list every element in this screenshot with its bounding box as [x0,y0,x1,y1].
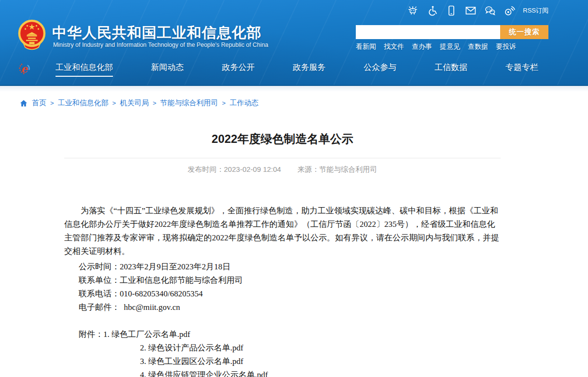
home-icon[interactable] [19,99,28,108]
search-bar: 统一搜索 [356,25,548,39]
weibo-icon[interactable] [504,5,515,16]
contact-phone-line: 联系电话：010-68205340/68205354 [64,287,501,301]
search-input[interactable] [356,25,500,39]
attachment-green-factory-pdf[interactable]: 1. 绿色工厂公示名单.pdf [103,330,190,339]
nav-item-public-participation[interactable]: 公众参与 [364,62,396,77]
publish-time: 2023-02-09 12:04 [224,165,281,173]
article-paragraph: 为落实《“十四五”工业绿色发展规划》，全面推行绿色制造，助力工业领域实现碳达峰、… [64,204,501,258]
wechat-icon[interactable] [484,5,496,16]
quick-link-data[interactable]: 查数据 [468,42,488,51]
breadcrumb-separator: > [153,99,156,107]
title-divider [64,158,501,158]
publish-time-label: 发布时间： [188,165,224,173]
source: 节能与综合利用司 [319,165,377,173]
header-bottom-strip [0,86,588,92]
national-emblem[interactable] [17,18,46,54]
breadcrumb-separator: > [112,99,116,107]
nav-item-gov-services[interactable]: 政务服务 [293,62,325,77]
quick-link-suggestions[interactable]: 提意见 [440,42,460,51]
breadcrumb-miit[interactable]: 工业和信息化部 [58,98,109,108]
site-header: RSS订阅 中华人民共和国工业和信息化部 Ministry of Industr… [0,0,588,86]
miit-e-logo: e [18,61,32,77]
search-button[interactable]: 统一搜索 [500,25,548,39]
breadcrumb-separator: > [50,99,54,107]
contact-email-line: 电子邮件： hbc@miit.gov.cn [64,301,501,314]
nav-item-miit[interactable]: 工业和信息化部 [56,62,113,77]
nav-item-news[interactable]: 新闻动态 [151,62,184,77]
nav-item-special-topics[interactable]: 专题专栏 [505,62,538,77]
attachment-green-industrial-parks-pdf[interactable]: 3. 绿色工业园区公示名单.pdf [140,357,243,366]
breadcrumb-departments[interactable]: 机关司局 [120,98,149,108]
breadcrumb: 首页 > 工业和信息化部 > 机关司局 > 节能与综合利用司 > 工作动态 [19,98,588,108]
breadcrumb-home[interactable]: 首页 [32,98,46,108]
quick-link-complaints[interactable]: 要投诉 [496,42,516,51]
accessibility-icon[interactable] [426,5,438,16]
quick-link-services[interactable]: 查办事 [412,42,432,51]
attachments-list: 附件：1. 绿色工厂公示名单.pdf 2. 绿色设计产品公示名单.pdf 3. … [64,328,501,377]
breadcrumb-energy-dept[interactable]: 节能与综合利用司 [160,98,218,108]
mobile-icon[interactable] [446,5,457,16]
site-subtitle-en: Ministry of Industry and Information Tec… [53,42,268,48]
nav-item-industry-data[interactable]: 工信数据 [434,62,467,77]
main-nav: 工业和信息化部 新闻动态 政务公开 政务服务 公众参与 工信数据 专题专栏 [56,62,538,77]
source-label: 来源： [297,165,319,173]
article-body: 为落实《“十四五”工业绿色发展规划》，全面推行绿色制造，助力工业领域实现碳达峰、… [64,204,501,377]
breadcrumb-separator: > [222,99,226,107]
attachment-green-design-products-pdf[interactable]: 2. 绿色设计产品公示名单.pdf [140,343,243,352]
quick-link-documents[interactable]: 找文件 [384,42,404,51]
contact-unit-line: 联系单位：工业和信息化部节能与综合利用司 [64,274,501,287]
article-meta: 发布时间：2023-02-09 12:04来源：节能与综合利用司 [64,165,501,174]
quick-link-news[interactable]: 看新闻 [356,42,376,51]
rss-subscribe-link[interactable]: RSS订阅 [523,6,548,15]
utility-icon-bar: RSS订阅 [407,5,548,16]
mail-icon[interactable] [465,5,476,16]
site-title[interactable]: 中华人民共和国工业和信息化部 [52,23,262,43]
nav-item-gov-affairs[interactable]: 政务公开 [222,62,255,77]
attachments-label: 附件： [79,330,103,339]
article: 2022年度绿色制造名单公示 发布时间：2023-02-09 12:04来源：节… [64,132,501,377]
article-title: 2022年度绿色制造名单公示 [64,132,501,146]
publicity-period-line: 公示时间：2023年2月9日至2023年2月18日 [64,260,501,274]
breadcrumb-work-updates[interactable]: 工作动态 [229,98,258,108]
svg-text:e: e [21,63,28,75]
attachment-green-supply-chain-pdf[interactable]: 4. 绿色供应链管理企业公示名单.pdf [140,370,268,377]
quick-links: 看新闻 找文件 查办事 提意见 查数据 要投诉 [356,42,516,51]
robot-assistant-icon[interactable] [407,5,419,16]
